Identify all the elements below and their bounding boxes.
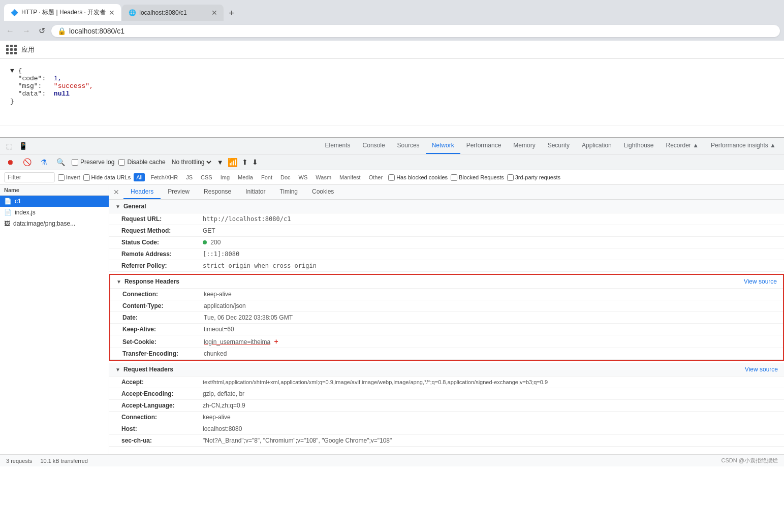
devtools-browser-tab[interactable]: 🔷 HTTP · 标题 | Headers · 开发者 ✕	[4, 4, 121, 21]
page-browser-tab[interactable]: 🌐 localhost:8080/c1 ✕	[122, 5, 224, 21]
request-headers-view-source[interactable]: View source	[745, 366, 778, 373]
detail-tab-response[interactable]: Response	[197, 185, 238, 199]
invert-label[interactable]: Invert	[58, 174, 80, 181]
filter-type-media[interactable]: Media	[235, 173, 256, 181]
json-code-key: "code":	[18, 75, 46, 82]
rh-set-cookie-row: Set-Cookie: login_username=itheima +	[110, 335, 783, 348]
detail-tab-cookies[interactable]: Cookies	[305, 185, 341, 199]
filter-input[interactable]	[4, 172, 55, 182]
rqh-connection-label: Connection:	[121, 414, 203, 421]
file-name-dataimage: data:image/png;base...	[13, 220, 75, 227]
tab-performance-insights[interactable]: Performance insights ▲	[705, 138, 782, 154]
hide-data-urls-label[interactable]: Hide data URLs	[83, 174, 131, 181]
remote-address-row: Remote Address: [::1]:8080	[109, 248, 784, 260]
blocked-requests-label[interactable]: Blocked Requests	[451, 174, 504, 181]
filter-type-all[interactable]: All	[134, 173, 145, 181]
json-code-value: 1,	[54, 75, 62, 82]
rqh-sec-ch-ua-value: "Not?A_Brand";v="8", "Chromium";v="108",…	[203, 437, 392, 444]
reload-button[interactable]: ↺	[37, 24, 47, 38]
disable-cache-label[interactable]: Disable cache	[118, 159, 165, 166]
filter-type-doc[interactable]: Doc	[278, 173, 293, 181]
has-blocked-cookies-checkbox[interactable]	[388, 174, 395, 181]
tab-close-page[interactable]: ✕	[211, 9, 217, 17]
back-button[interactable]: ←	[4, 24, 16, 38]
filter-type-ws[interactable]: WS	[296, 173, 310, 181]
tab-performance[interactable]: Performance	[460, 138, 508, 154]
request-headers-title: Request Headers	[123, 366, 173, 373]
address-bar[interactable]: 🔒	[51, 25, 780, 37]
rqh-connection-row: Connection: keep-alive	[109, 412, 784, 423]
apps-label: 应用	[21, 45, 35, 54]
tab-close-devtools[interactable]: ✕	[109, 9, 115, 17]
file-item-dataimage[interactable]: 🖼 data:image/png;base...	[0, 218, 109, 229]
has-blocked-cookies-label[interactable]: Has blocked cookies	[388, 174, 448, 181]
search-button[interactable]: 🔍	[54, 157, 68, 168]
tab-application[interactable]: Application	[576, 138, 618, 154]
response-headers-chevron: ▼	[116, 279, 121, 285]
filter-type-other[interactable]: Other	[366, 173, 386, 181]
inspect-element-button[interactable]: ⬚	[4, 140, 15, 152]
rh-date-row: Date: Tue, 06 Dec 2022 03:38:05 GMT	[110, 312, 783, 324]
detail-tab-headers[interactable]: Headers	[123, 185, 161, 199]
set-cookie-underlined: login_username=itheima	[204, 338, 270, 346]
rh-connection-value: keep-alive	[204, 291, 232, 298]
request-method-value: GET	[203, 227, 215, 234]
address-input[interactable]	[69, 27, 774, 35]
response-headers-view-source[interactable]: View source	[744, 278, 777, 285]
remote-address-value: [::1]:8080	[203, 251, 239, 258]
response-headers-box: ▼ Response Headers View source Connectio…	[109, 274, 784, 361]
disable-cache-checkbox[interactable]	[118, 159, 125, 166]
filter-type-css[interactable]: CSS	[198, 173, 215, 181]
detail-tab-timing[interactable]: Timing	[272, 185, 305, 199]
download-icon: ⬇	[252, 158, 258, 166]
lock-icon: 🔒	[57, 27, 66, 35]
filter-icon-button[interactable]: ⚗	[38, 157, 50, 168]
tab-lighthouse[interactable]: Lighthouse	[618, 138, 660, 154]
third-party-checkbox[interactable]	[507, 174, 514, 181]
clear-button[interactable]: 🚫	[20, 157, 34, 168]
rh-set-cookie-value: login_username=itheima +	[204, 337, 278, 346]
detail-tab-close[interactable]: ✕	[109, 186, 123, 198]
detail-tab-preview[interactable]: Preview	[161, 185, 197, 199]
device-toggle-button[interactable]: 📱	[17, 140, 29, 152]
filter-type-font[interactable]: Font	[259, 173, 275, 181]
invert-text: Invert	[66, 174, 80, 180]
csdn-watermark: CSDN @小袁拒绝摆烂	[722, 457, 778, 464]
tab-network[interactable]: Network	[426, 138, 460, 154]
preserve-log-label[interactable]: Preserve log	[72, 159, 114, 166]
blocked-requests-checkbox[interactable]	[451, 174, 457, 181]
throttle-select[interactable]: No throttling Slow 3G Fast 3G	[170, 158, 213, 166]
rh-transfer-encoding-value: chunked	[204, 350, 227, 357]
request-headers-section-header[interactable]: ▼ Request Headers View source	[109, 363, 784, 377]
file-item-indexjs[interactable]: 📄 index.js	[0, 207, 109, 218]
tab-security[interactable]: Security	[542, 138, 576, 154]
rqh-host-value: localhost:8080	[203, 425, 242, 432]
hide-data-urls-checkbox[interactable]	[83, 174, 90, 181]
set-cookie-plus: +	[274, 337, 278, 346]
tab-console[interactable]: Console	[357, 138, 391, 154]
filter-type-js[interactable]: JS	[183, 173, 195, 181]
forward-button[interactable]: →	[20, 24, 33, 38]
rh-transfer-encoding-row: Transfer-Encoding: chunked	[110, 348, 783, 360]
filter-type-manifest[interactable]: Manifest	[337, 173, 363, 181]
new-tab-button[interactable]: +	[225, 6, 238, 21]
file-item-c1[interactable]: 📄 c1	[0, 196, 109, 207]
preserve-log-checkbox[interactable]	[72, 159, 78, 166]
tab-elements[interactable]: Elements	[319, 138, 357, 154]
tab-sources[interactable]: Sources	[391, 138, 426, 154]
record-button[interactable]: ⏺	[4, 157, 16, 168]
general-section-header[interactable]: ▼ General	[109, 200, 784, 213]
rqh-host-label: Host:	[121, 425, 203, 432]
detail-tab-initiator[interactable]: Initiator	[238, 185, 272, 199]
filter-type-img[interactable]: Img	[218, 173, 232, 181]
filter-type-fetch[interactable]: Fetch/XHR	[148, 173, 180, 181]
tab-memory[interactable]: Memory	[507, 138, 541, 154]
response-headers-section-header[interactable]: ▼ Response Headers View source	[110, 275, 783, 289]
invert-checkbox[interactable]	[58, 174, 65, 181]
apps-grid-icon[interactable]	[4, 43, 19, 56]
status-code-number: 200	[210, 239, 221, 246]
json-msg-value: "success",	[54, 82, 93, 90]
tab-recorder[interactable]: Recorder ▲	[660, 138, 705, 154]
filter-type-wasm[interactable]: Wasm	[313, 173, 334, 181]
third-party-label[interactable]: 3rd-party requests	[507, 174, 560, 181]
